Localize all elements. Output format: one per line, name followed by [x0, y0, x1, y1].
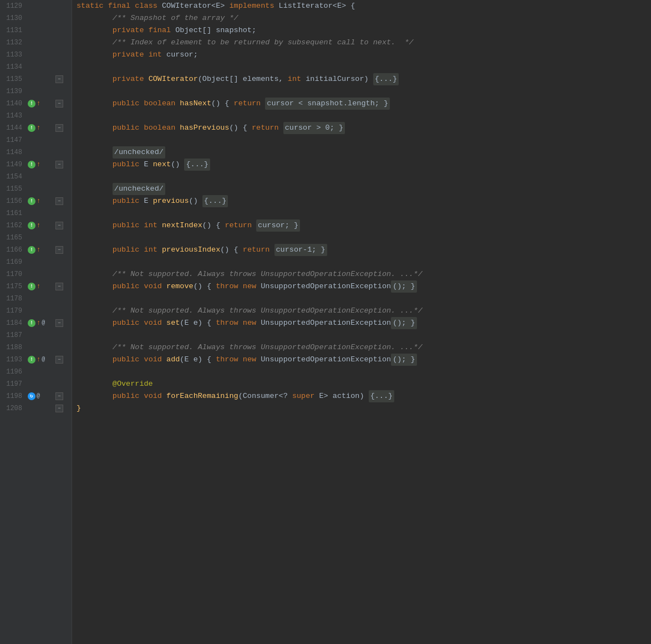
- code-editor: 1129113011311132113311341135−11391140!↑−…: [0, 0, 651, 644]
- code-line: [77, 134, 651, 146]
- code-token: () {: [211, 98, 234, 110]
- fold-icon[interactable]: −: [55, 283, 63, 290]
- line-number: 1169: [0, 256, 28, 268]
- code-line: static final class COWIterator<E> implem…: [77, 0, 651, 12]
- badge-green: !: [28, 197, 35, 205]
- code-token: public: [113, 244, 144, 256]
- code-line: public boolean hasNext() { return cursor…: [77, 98, 651, 110]
- code-token: cursor; }: [256, 219, 300, 232]
- code-line: [77, 366, 651, 378]
- line-number: 1130: [0, 12, 28, 24]
- code-token: public: [113, 195, 144, 207]
- code-line: public int previousIndex() { return curs…: [77, 244, 651, 256]
- line-badges: !↑: [28, 159, 55, 171]
- fold-icon[interactable]: −: [55, 392, 63, 400]
- badge-green: !: [28, 246, 35, 254]
- code-token: private: [113, 73, 149, 85]
- arrow-up-icon: ↑: [37, 280, 40, 293]
- code-token: () {: [194, 280, 216, 293]
- code-token: (): [171, 159, 184, 171]
- code-token: int: [288, 73, 306, 85]
- code-token: Index of element to be returned by subse…: [130, 37, 395, 49]
- gutter-line: 1135−: [0, 73, 72, 85]
- fold-icon[interactable]: −: [55, 356, 63, 364]
- code-token: return: [234, 98, 266, 110]
- gutter-line: 1155: [0, 183, 72, 195]
- code-token: cursor < snapshot.length; }: [265, 98, 390, 110]
- code-token: */: [395, 37, 413, 49]
- code-token: UnsupportedOperationException: [261, 317, 391, 329]
- badge-green: !: [28, 319, 35, 327]
- line-badges: !↑: [28, 98, 55, 110]
- code-token: (); }: [391, 354, 417, 366]
- line-number: 1134: [0, 61, 28, 73]
- code-token: previousIndex: [162, 244, 220, 256]
- code-token: E> action): [319, 390, 369, 402]
- arrow-up-icon: ↑: [37, 159, 40, 171]
- code-line: private COWIterator(Object[] elements, i…: [77, 73, 651, 85]
- line-number: 1155: [0, 183, 28, 195]
- code-token: boolean: [144, 98, 180, 110]
- gutter-line: 1129: [0, 0, 72, 12]
- code-token: Not supported. Always throws Unsupported…: [130, 268, 395, 280]
- code-token: /**: [113, 37, 130, 49]
- code-token: /**: [113, 12, 130, 24]
- code-line: [77, 110, 651, 122]
- line-number: 1147: [0, 134, 28, 146]
- line-number: 1197: [0, 378, 28, 390]
- code-token: throw: [216, 280, 243, 293]
- code-token: previous: [153, 195, 189, 207]
- code-line: }: [77, 402, 651, 415]
- fold-icon[interactable]: −: [55, 246, 63, 254]
- gutter-line: 1132: [0, 37, 72, 49]
- code-line: @Override: [77, 378, 651, 390]
- code-line: [77, 329, 651, 341]
- gutter-line: 1178: [0, 293, 72, 305]
- line-number: 1148: [0, 146, 28, 159]
- code-line: [77, 232, 651, 244]
- code-token: private: [113, 24, 149, 37]
- code-token: @Override: [113, 378, 153, 390]
- fold-icon[interactable]: −: [55, 75, 63, 83]
- gutter-line: 1143: [0, 110, 72, 122]
- code-token: <E> {: [333, 0, 355, 12]
- code-token: final: [149, 24, 176, 37]
- fold-icon[interactable]: −: [55, 319, 63, 327]
- fold-icon[interactable]: −: [55, 197, 63, 205]
- code-token: {...}: [202, 195, 228, 207]
- line-badges: !↑: [28, 195, 55, 207]
- code-token: /**: [113, 268, 130, 280]
- code-line: public boolean hasPrevious() { return cu…: [77, 122, 651, 134]
- code-token: () {: [202, 219, 225, 232]
- code-token: public: [113, 317, 144, 329]
- fold-icon[interactable]: −: [55, 161, 63, 168]
- code-line: public void remove() { throw new Unsuppo…: [77, 280, 651, 293]
- code-token: }: [77, 402, 81, 415]
- fold-icon[interactable]: −: [55, 222, 63, 229]
- gutter-line: 1208−: [0, 402, 72, 415]
- arrow-up-icon: ↑: [37, 122, 40, 134]
- gutter-line: 1188: [0, 341, 72, 354]
- code-token: initialCursor): [306, 73, 373, 85]
- code-line: public E next() {...}: [77, 159, 651, 171]
- code-token: (E e) {: [180, 354, 216, 366]
- fold-icon[interactable]: −: [55, 405, 63, 412]
- gutter-line: 1184!↑@−: [0, 317, 72, 329]
- code-token: ...*/: [395, 268, 423, 280]
- fold-icon[interactable]: −: [55, 124, 63, 132]
- code-token: void: [144, 317, 167, 329]
- arrow-up-icon: ↑: [37, 219, 40, 232]
- fold-icon[interactable]: −: [55, 100, 63, 108]
- line-badges: ↻@: [28, 390, 55, 402]
- line-number: 1178: [0, 293, 28, 305]
- code-token: E: [144, 159, 153, 171]
- gutter-line: 1197: [0, 378, 72, 390]
- code-token: {...}: [373, 73, 399, 85]
- code-token: hasPrevious: [180, 122, 229, 134]
- code-token: private: [113, 49, 149, 61]
- code-line: [77, 256, 651, 268]
- gutter-line: 1162!↑−: [0, 219, 72, 232]
- arrow-up-icon: ↑: [37, 354, 40, 366]
- badge-green: !: [28, 161, 35, 168]
- line-badges: !↑: [28, 122, 55, 134]
